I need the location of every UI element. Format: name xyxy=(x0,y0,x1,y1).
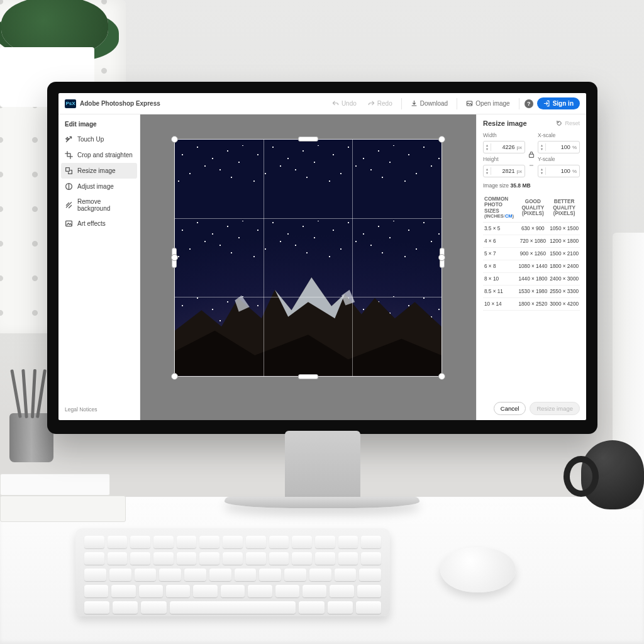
sidebar-item-label: Remove background xyxy=(77,198,133,212)
app-window: PsX Adobe Photoshop Express Undo Redo Do… xyxy=(58,93,586,420)
resize-edge-bottom[interactable] xyxy=(298,374,318,379)
width-input[interactable]: ▴▾ 4226 px xyxy=(483,141,525,153)
xscale-input[interactable]: ▴▾ 100 % xyxy=(538,141,580,153)
sidebar-item-resize[interactable]: Resize image xyxy=(61,163,137,179)
sidebar-item-touch-up[interactable]: Touch Up xyxy=(58,131,140,147)
xscale-value: 100 xyxy=(546,144,572,150)
size-preset-row[interactable]: 8.5 × 111530 × 19802550 × 3300 xyxy=(483,285,580,297)
image-content xyxy=(175,140,441,376)
sidebar: Edit image Touch Up Crop and straighten … xyxy=(58,114,140,420)
resize-handle-tr[interactable] xyxy=(438,136,445,143)
app-logo-icon: PsX xyxy=(65,99,76,108)
sign-in-button[interactable]: Sign in xyxy=(537,97,580,109)
redo-icon xyxy=(368,100,375,107)
size-preset-row[interactable]: 6 × 81080 × 14401800 × 2400 xyxy=(483,260,580,272)
sidebar-item-adjust[interactable]: Adjust image xyxy=(58,179,140,194)
size-preset-row[interactable]: 8 × 101440 × 18002400 × 3000 xyxy=(483,272,580,285)
open-image-button[interactable]: Open image xyxy=(462,98,513,109)
resize-icon xyxy=(65,167,73,175)
undo-label: Undo xyxy=(341,100,357,107)
open-image-icon xyxy=(466,100,473,107)
undo-icon xyxy=(332,100,339,107)
width-label: Width xyxy=(483,132,525,138)
image-artboard[interactable] xyxy=(175,140,441,376)
canvas[interactable] xyxy=(140,114,476,420)
adjust-icon xyxy=(65,182,73,191)
size-presets-table: COMMON PHOTO SIZES (INCHES/CM) GOOD QUAL… xyxy=(483,194,580,311)
yscale-unit: % xyxy=(572,169,579,174)
col-common-sizes: COMMON PHOTO SIZES (INCHES/CM) xyxy=(483,194,517,222)
sidebar-item-crop[interactable]: Crop and straighten xyxy=(58,147,140,163)
resize-edge-top[interactable] xyxy=(298,136,318,142)
resize-handle-ml[interactable] xyxy=(171,254,178,261)
image-size-readout: Image size 35.8 MB xyxy=(483,182,580,189)
download-label: Download xyxy=(420,100,448,107)
height-value: 2821 xyxy=(491,168,517,174)
resize-handle-bl[interactable] xyxy=(171,373,178,380)
stepper-icon[interactable]: ▴▾ xyxy=(484,167,491,175)
width-value: 4226 xyxy=(491,144,517,150)
yscale-input[interactable]: ▴▾ 100 % xyxy=(538,165,580,177)
col-better-quality: BETTER QUALITY (PIXELS) xyxy=(548,194,580,222)
sign-in-label: Sign in xyxy=(553,100,574,107)
grid-line xyxy=(352,140,353,376)
size-preset-row[interactable]: 5 × 7900 × 12601500 × 2100 xyxy=(483,247,580,260)
crop-icon xyxy=(65,151,73,159)
reset-label: Reset xyxy=(565,120,580,126)
redo-label: Redo xyxy=(377,100,392,107)
cancel-button[interactable]: Cancel xyxy=(494,402,526,415)
yscale-value: 100 xyxy=(546,168,572,174)
touch-up-icon xyxy=(65,135,73,143)
download-icon xyxy=(411,100,418,107)
reset-button[interactable]: Reset xyxy=(556,120,580,126)
xscale-label: X-scale xyxy=(538,132,580,138)
height-input[interactable]: ▴▾ 2821 px xyxy=(483,165,525,177)
app-title: Adobe Photoshop Express xyxy=(80,100,160,107)
undo-button[interactable]: Undo xyxy=(328,98,360,109)
grid-line xyxy=(175,218,441,219)
size-preset-row[interactable]: 10 × 141800 × 25203000 × 4200 xyxy=(483,297,580,310)
topbar: PsX Adobe Photoshop Express Undo Redo Do… xyxy=(58,93,586,114)
resize-handle-tl[interactable] xyxy=(171,136,178,143)
redo-button[interactable]: Redo xyxy=(364,98,396,109)
download-button[interactable]: Download xyxy=(407,98,452,109)
col-good-quality: GOOD QUALITY (PIXELS) xyxy=(517,194,548,222)
sidebar-item-art-effects[interactable]: Art effects xyxy=(58,216,140,231)
sidebar-heading: Edit image xyxy=(58,119,140,131)
panel-title: Resize image xyxy=(483,119,527,127)
sidebar-item-remove-bg[interactable]: Remove background xyxy=(58,194,140,216)
sign-in-icon xyxy=(543,100,550,107)
sidebar-item-label: Art effects xyxy=(77,220,106,227)
xscale-unit: % xyxy=(572,145,579,150)
yscale-label: Y-scale xyxy=(538,156,580,162)
grid-line xyxy=(264,140,264,376)
reset-icon xyxy=(556,120,562,126)
height-unit: px xyxy=(517,169,525,174)
stepper-icon[interactable]: ▴▾ xyxy=(538,143,546,151)
stepper-icon[interactable]: ▴▾ xyxy=(538,167,546,175)
remove-bg-icon xyxy=(65,201,73,209)
sidebar-item-label: Resize image xyxy=(77,167,116,174)
art-effects-icon xyxy=(65,219,73,228)
sidebar-item-label: Adjust image xyxy=(77,183,114,190)
size-preset-row[interactable]: 3.5 × 5630 × 9001050 × 1500 xyxy=(483,222,580,235)
svg-rect-4 xyxy=(530,154,534,157)
apply-resize-button[interactable]: Resize image xyxy=(530,402,580,415)
height-label: Height xyxy=(483,156,525,162)
legal-notices-link[interactable]: Legal Notices xyxy=(58,402,140,416)
stepper-icon[interactable]: ▴▾ xyxy=(484,143,491,151)
grid-line xyxy=(175,297,441,297)
resize-panel: Resize image Reset Width X-scale xyxy=(476,114,586,420)
width-unit: px xyxy=(517,145,525,150)
sidebar-item-label: Crop and straighten xyxy=(77,152,133,158)
sidebar-item-label: Touch Up xyxy=(77,136,104,143)
unit-toggle-cm[interactable]: CM xyxy=(505,213,513,219)
help-button[interactable]: ? xyxy=(525,99,533,108)
open-image-label: Open image xyxy=(475,100,509,107)
resize-handle-br[interactable] xyxy=(438,373,445,380)
svg-rect-1 xyxy=(66,168,70,172)
aspect-lock-toggle[interactable] xyxy=(527,150,536,159)
resize-handle-mr[interactable] xyxy=(438,254,445,261)
size-preset-row[interactable]: 4 × 6720 × 10801200 × 1800 xyxy=(483,235,580,247)
